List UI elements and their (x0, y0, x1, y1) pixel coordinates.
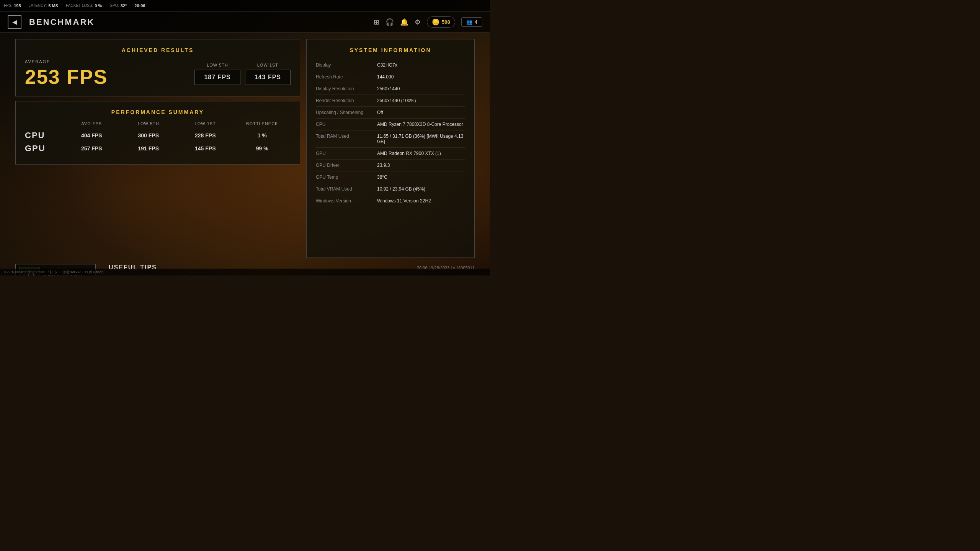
sysinfo-key: GPU (316, 151, 377, 156)
back-button[interactable]: ◀ (8, 15, 21, 29)
time-value: 20:06 (134, 3, 145, 8)
gpu-label: GPU: (109, 3, 119, 8)
sysinfo-val: C32HG7x (377, 62, 465, 68)
sysinfo-val: AMD Radeon RX 7900 XTX (1) (377, 151, 465, 156)
squad-icon: 👥 (466, 19, 472, 25)
performance-summary-box: PERFORMANCE SUMMARY Avg FPS Low 5th Low … (15, 101, 300, 165)
perf-cpu-low1: 228 FPS (177, 132, 234, 139)
sysinfo-key: Total VRAM Used (316, 186, 377, 192)
page-title: BENCHMARK (29, 17, 95, 27)
sysinfo-row: CPU AMD Ryzen 7 7800X3D 8-Core Processor (316, 119, 465, 130)
bell-icon[interactable]: 🔔 (400, 18, 408, 26)
perf-col-name (25, 121, 63, 126)
sysinfo-val: 144.000 (377, 74, 465, 80)
gpu-value: 32° (121, 3, 127, 8)
sysinfo-row: GPU Temp 38°C (316, 171, 465, 183)
sysinfo-row: Windows Version Windows 11 Version 22H2 (316, 195, 465, 207)
fps-stat: FPS: 195 (4, 3, 21, 8)
fps-label: FPS: (4, 3, 12, 8)
low5th-box: Low 5th 187 FPS (194, 63, 240, 85)
low5th-value: 187 FPS (194, 70, 240, 85)
gpu-stat: GPU: 32° (109, 3, 127, 8)
sysinfo-val: 23.9.3 (377, 163, 465, 168)
sysinfo-val: 11.65 / 31.71 GB (36%) [MWII Usage 4.13 … (377, 134, 465, 144)
sysinfo-val: 10.92 / 23.94 GB (45%) (377, 186, 465, 192)
perf-gpu-label: GPU (25, 143, 63, 153)
perf-cpu-bottleneck: 1 % (234, 132, 291, 139)
avg-fps-value: 253 FPS (25, 65, 185, 88)
latency-label: LATENCY: (29, 3, 47, 8)
achieved-results-box: ACHIEVED RESULTS AVERAGE 253 FPS Low 5th… (15, 39, 300, 96)
sysinfo-val: Windows 11 Version 22H2 (377, 198, 465, 204)
system-info-panel: SYSTEM INFORMATION Display C32HG7x Refre… (306, 39, 475, 258)
perf-row-cpu: CPU 404 FPS 300 FPS 228 FPS 1 % (25, 130, 291, 140)
headphones-icon[interactable]: 🎧 (385, 18, 394, 26)
nav-right: ⊞ 🎧 🔔 ⚙ 🪙 508 👥 4 (374, 16, 482, 28)
low1st-label: Low 1st (245, 63, 291, 67)
sysinfo-row: Display Resolution 980x551 (316, 83, 465, 95)
latency-value: 5 MS (48, 3, 58, 8)
packet-loss-label: PACKET LOSS: (66, 3, 93, 8)
sysinfo-val: 38°C (377, 174, 465, 180)
perf-col-low1: Low 1st (177, 121, 234, 126)
coin-badge[interactable]: 🪙 508 (427, 16, 455, 28)
perf-col-low5: Low 5th (120, 121, 177, 126)
results-row: AVERAGE 253 FPS Low 5th 187 FPS Low 1st … (25, 59, 291, 88)
squad-count: 4 (475, 19, 477, 25)
perf-cpu-label: CPU (25, 130, 63, 140)
perf-gpu-avg: 257 FPS (63, 145, 120, 152)
latency-stat: LATENCY: 5 MS (29, 3, 58, 8)
perf-summary-title: PERFORMANCE SUMMARY (25, 109, 291, 115)
sysinfo-row: Upscaling / Sharpening Off (316, 107, 465, 119)
sysinfo-row: Total VRAM Used 10.92 / 23.94 GB (45%) (316, 183, 465, 195)
low1st-value: 143 FPS (245, 70, 291, 85)
sysinfo-key: CPU (316, 122, 377, 127)
sysinfo-val: 980x551 (377, 86, 465, 91)
sysinfo-key: Display (316, 62, 377, 68)
coin-icon: 🪙 (432, 18, 439, 26)
sysinfo-val: 980x551 (100%) (377, 98, 465, 103)
squad-badge[interactable]: 👥 4 (461, 17, 482, 27)
sysinfo-row: GPU Driver 23.9.3 (316, 160, 465, 171)
coin-count: 508 (442, 19, 450, 25)
avg-fps-block: AVERAGE 253 FPS (25, 59, 185, 88)
hud-bar: FPS: 195 LATENCY: 5 MS PACKET LOSS: 0 % … (0, 0, 490, 11)
time-stat: 20:06 (134, 3, 145, 8)
avg-label: AVERAGE (25, 59, 185, 64)
fps-boxes: Low 5th 187 FPS Low 1st 143 FPS (194, 63, 291, 85)
sysinfo-key: Windows Version (316, 198, 377, 204)
sysinfo-row: Render Resolution 980x551 (100%) (316, 95, 465, 107)
sysinfo-val: AMD Ryzen 7 7800X3D 8-Core Processor (377, 122, 465, 127)
fps-value: 195 (14, 3, 21, 8)
left-panel: ACHIEVED RESULTS AVERAGE 253 FPS Low 5th… (15, 39, 300, 258)
perf-gpu-bottleneck: 99 % (234, 145, 291, 152)
system-info-title: SYSTEM INFORMATION (316, 47, 465, 53)
perf-col-avg: Avg FPS (63, 121, 120, 126)
debug-text: 9.22:16005011 [15:59:2331+1] T [7000][9]… (4, 270, 103, 274)
sysinfo-val: Off (377, 110, 465, 115)
sysinfo-key: Display Resolution (316, 86, 377, 91)
perf-gpu-low5: 191 FPS (120, 145, 177, 152)
sysinfo-row: Display C32HG7x (316, 59, 465, 71)
packet-loss-value: 0 % (95, 3, 102, 8)
perf-col-bottleneck: Bottleneck (234, 121, 291, 126)
low5th-label: Low 5th (194, 63, 240, 67)
main-content: ACHIEVED RESULTS AVERAGE 253 FPS Low 5th… (0, 33, 490, 264)
sysinfo-key: Total RAM Used (316, 134, 377, 144)
perf-gpu-low1: 145 FPS (177, 145, 234, 152)
perf-table-header: Avg FPS Low 5th Low 1st Bottleneck (25, 121, 291, 126)
sysinfo-row: Total RAM Used 11.65 / 31.71 GB (36%) [M… (316, 130, 465, 148)
perf-cpu-low5: 300 FPS (120, 132, 177, 139)
sysinfo-key: Upscaling / Sharpening (316, 110, 377, 115)
sysinfo-row: Refresh Rate 144.000 (316, 71, 465, 83)
sysinfo-key: Refresh Rate (316, 74, 377, 80)
perf-row-gpu: GPU 257 FPS 191 FPS 145 FPS 99 % (25, 143, 291, 153)
settings-icon[interactable]: ⚙ (415, 18, 421, 26)
sysinfo-key: GPU Temp (316, 174, 377, 180)
sysinfo-key: Render Resolution (316, 98, 377, 103)
sysinfo-key: GPU Driver (316, 163, 377, 168)
nav-bar: ◀ BENCHMARK ⊞ 🎧 🔔 ⚙ 🪙 508 👥 4 (0, 11, 490, 33)
sysinfo-row: GPU AMD Radeon RX 7900 XTX (1) (316, 148, 465, 160)
grid-icon[interactable]: ⊞ (374, 18, 379, 26)
debug-bar: 9.22:16005011 [15:59:2331+1] T [7000][9]… (0, 269, 490, 276)
